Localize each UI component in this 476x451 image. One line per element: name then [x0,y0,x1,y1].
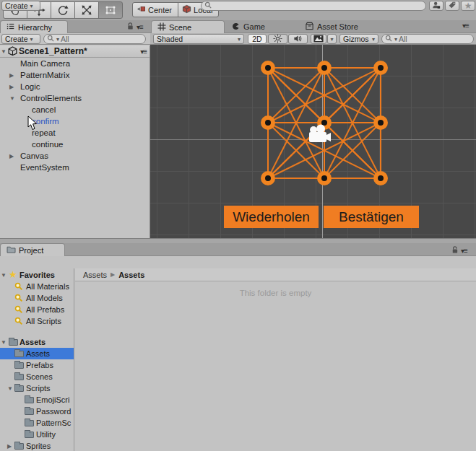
grid-icon [157,22,166,32]
tab-game[interactable]: Game [231,20,265,33]
project-tree-item-patternsc[interactable]: PatternSc [0,417,74,429]
breadcrumb-current[interactable]: Assets [118,271,144,279]
project-panel-menu-icon[interactable]: ▾≡ [461,247,467,255]
scene-expanded-arrow-icon[interactable]: ▼ [1,48,7,55]
tab-scene-label: Scene [169,23,191,32]
collapsed-arrow-icon[interactable]: ▶ [9,84,14,90]
tab-asset-store[interactable]: Asset Store [305,20,358,33]
rect-tool-button[interactable] [98,1,123,19]
tab-game-label: Game [243,22,265,31]
project-tree-item-label: PatternSc [36,419,71,427]
hierarchy-item-repeat[interactable]: repeat [0,127,150,139]
expanded-arrow-icon[interactable]: ▼ [1,272,7,279]
project-tree-item-emojiscri[interactable]: EmojiScri [0,394,74,406]
project-tree-item-prefabs[interactable]: Prefabs [0,359,74,371]
camera-gizmo-icon[interactable] [303,123,332,144]
project-create-label: Create [5,1,28,10]
hierarchy-search-field[interactable]: ▾ [43,34,146,44]
project-tree-item-all-prefabs[interactable]: All Prefabs [0,304,74,315]
pivot-center-button[interactable]: Center [132,2,178,17]
project-tree-item-label: All Models [26,294,63,302]
project-tree-item-all-models[interactable]: All Models [0,292,74,304]
folder-icon [9,339,18,346]
project-tree-item-all-materials[interactable]: All Materials [0,281,74,292]
lock-open-icon[interactable] [451,245,459,255]
project-search-input[interactable] [214,1,421,10]
hierarchy-item-main-camera[interactable]: Main Camera [0,58,150,69]
chevron-down-icon: ▾ [30,36,33,43]
breadcrumb-parent[interactable]: Assets [83,271,107,279]
scene-search-field[interactable]: ▾ [381,34,474,44]
hierarchy-item-confirm[interactable]: confirm [0,115,150,127]
2d-toggle-button[interactable]: 2D [248,34,267,44]
hierarchy-item-continue[interactable]: continue [0,139,150,150]
project-tree-item-assets[interactable]: ▼Assets [0,336,74,348]
speaker-icon [293,34,303,45]
tab-project-label: Project [19,246,43,255]
folder-icon [14,374,24,380]
scene-lighting-button[interactable] [268,34,287,44]
project-tree-item-favorites[interactable]: ▼★Favorites [0,269,74,281]
hierarchy-item-patternmatrix[interactable]: ▶PatternMatrix [0,69,150,81]
draw-mode-dropdown[interactable]: Shaded ▾ [153,34,244,44]
bestaetigen-button[interactable]: Bestätigen [324,206,419,228]
hierarchy-item-controlelements[interactable]: ▼ControlElements [0,92,150,104]
wiederholen-button-label: Wiederholen [233,209,310,225]
rotate-tool-button[interactable] [51,1,75,19]
scene-view-toolbar: Shaded ▾ 2D ▾ Gizmos ▾ ▾ [150,33,476,45]
collapsed-arrow-icon[interactable]: ▶ [9,153,14,159]
hierarchy-search-input[interactable] [61,35,141,43]
lock-icon[interactable] [126,22,134,32]
scene-audio-button[interactable] [288,34,308,44]
tab-hierarchy[interactable]: Hierarchy [0,20,68,33]
project-tree-item-all-scripts[interactable]: All Scripts [0,315,74,327]
draw-mode-label: Shaded [157,35,183,43]
project-tree-item-scripts[interactable]: ▼Scripts [0,382,74,394]
hierarchy-item-canvas[interactable]: ▶Canvas [0,150,150,162]
scene-effects-dropdown[interactable]: ▾ [327,34,337,44]
scene-effects-button[interactable] [311,34,326,44]
project-tree-item-scenes[interactable]: Scenes [0,371,74,382]
hierarchy-item-logic[interactable]: ▶Logic [0,81,150,92]
2d-toggle-label: 2D [252,35,261,43]
expanded-arrow-icon[interactable]: ▼ [7,385,13,392]
hierarchy-scene-row[interactable]: ▼ Scene1_Pattern* ▾≡ [0,45,150,58]
hierarchy-panel: ▼ Scene1_Pattern* ▾≡ Main Camera▶Pattern… [0,45,150,238]
scene-search-input[interactable] [399,35,469,43]
horizontal-splitter[interactable] [0,238,476,243]
project-tree-item-label: Scenes [26,372,53,381]
hierarchy-item-label: ControlElements [20,94,82,102]
folder-tab-icon [7,245,16,255]
project-tree-item-assets[interactable]: Assets [0,348,74,359]
collapsed-arrow-icon[interactable]: ▶ [9,72,14,79]
save-search-star-button[interactable]: ★ [461,1,475,11]
project-create-button[interactable]: Create▾ [1,1,40,11]
tab-project[interactable]: Project [0,243,65,256]
wiederholen-button[interactable]: Wiederholen [224,206,319,228]
expanded-arrow-icon[interactable]: ▼ [9,95,15,102]
expanded-arrow-icon[interactable]: ▼ [1,339,7,346]
search-by-label-button[interactable] [445,1,459,11]
hierarchy-item-cancel[interactable]: cancel [0,104,150,115]
search-query-icon [14,305,23,315]
hierarchy-create-button[interactable]: Create▾ [1,34,40,44]
bestaetigen-button-label: Bestätigen [339,209,404,225]
project-content-pane[interactable]: Assets ▶ Assets This folder is empty [75,268,476,451]
scale-tool-button[interactable] [74,1,99,19]
gizmos-dropdown[interactable]: Gizmos ▾ [339,34,378,44]
collapsed-arrow-icon[interactable]: ▶ [7,443,12,450]
search-by-type-button[interactable] [429,1,443,11]
project-tree-item-password[interactable]: Password [0,406,74,417]
scene-row-menu-icon[interactable]: ▾≡ [140,48,147,56]
scene-panel-menu-icon[interactable]: ▾≡ [462,22,469,30]
hierarchy-item-eventsystem[interactable]: EventSystem [0,162,150,173]
tab-scene[interactable]: Scene [151,20,225,33]
project-search-field[interactable] [201,1,426,11]
project-tree-item-utility[interactable]: Utility [0,429,74,440]
hierarchy-panel-menu-icon[interactable]: ▾≡ [137,23,143,31]
chevron-down-icon: ▾ [30,3,33,9]
mouse-cursor [27,115,38,131]
project-tree-item-sprites[interactable]: ▶Sprites [0,440,74,451]
game-icon [231,22,241,32]
scene-viewport[interactable]: Wiederholen Bestätigen [150,45,476,238]
